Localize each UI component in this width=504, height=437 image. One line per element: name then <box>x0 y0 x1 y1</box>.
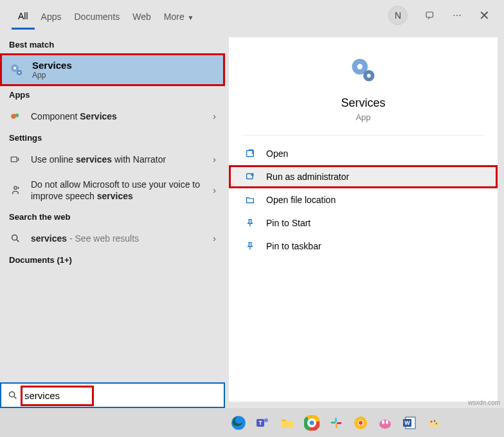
chevron-right-icon: › <box>213 154 216 165</box>
svg-rect-7 <box>11 157 17 162</box>
svg-point-35 <box>379 420 391 429</box>
svg-point-8 <box>14 186 17 190</box>
svg-point-9 <box>12 235 17 240</box>
best-match-item[interactable]: Services App <box>0 53 225 86</box>
shield-icon <box>244 171 256 183</box>
svg-text:W: W <box>404 420 410 426</box>
services-app-icon <box>9 62 24 78</box>
taskbar-paint[interactable] <box>424 413 444 433</box>
tab-all[interactable]: All <box>12 2 35 30</box>
setting-label: Use online services with Narrator <box>31 154 213 165</box>
svg-point-37 <box>386 420 388 424</box>
tab-bar: All Apps Documents Web More ▼ N ··· ✕ <box>0 0 504 31</box>
search-icon <box>9 232 22 245</box>
taskbar-explorer[interactable] <box>277 413 298 433</box>
svg-point-20 <box>264 418 268 422</box>
svg-rect-29 <box>331 422 336 424</box>
component-services-icon <box>9 110 22 123</box>
svg-rect-21 <box>282 421 293 427</box>
svg-point-4 <box>19 71 21 73</box>
chevron-right-icon: › <box>213 185 216 195</box>
search-input[interactable] <box>24 384 224 407</box>
setting-label: Do not allow Microsoft to use your voice… <box>31 179 213 202</box>
folder-icon <box>244 194 256 206</box>
web-result[interactable]: services - See web results › <box>0 226 225 251</box>
pin-icon <box>244 217 256 229</box>
section-web: Search the web <box>0 208 225 226</box>
taskbar: T W <box>0 408 504 437</box>
pin-icon <box>244 240 256 252</box>
watermark: wsxdn.com <box>468 399 500 406</box>
close-button[interactable]: ✕ <box>474 6 494 25</box>
taskbar-chrome-canary[interactable] <box>350 413 371 433</box>
search-icon <box>1 390 24 400</box>
results-pane: Best match Services App Apps Component S… <box>0 31 225 408</box>
search-box[interactable] <box>0 382 225 408</box>
setting-narrator[interactable]: Use online services with Narrator › <box>0 147 225 172</box>
chevron-right-icon: › <box>213 111 216 121</box>
app-label: Component Services <box>31 111 213 122</box>
action-run-admin[interactable]: Run as administrator <box>229 165 498 188</box>
user-avatar[interactable]: N <box>388 6 408 25</box>
speech-icon <box>9 184 22 197</box>
action-pin-start[interactable]: Pin to Start <box>229 211 498 235</box>
chevron-right-icon: › <box>213 233 216 244</box>
tab-apps[interactable]: Apps <box>35 3 68 28</box>
best-match-title: Services <box>32 60 72 71</box>
setting-speech[interactable]: Do not allow Microsoft to use your voice… <box>0 172 225 208</box>
taskbar-app-pink[interactable] <box>375 413 395 433</box>
app-component-services[interactable]: Component Services › <box>0 103 225 129</box>
section-settings: Settings <box>0 129 225 147</box>
svg-rect-28 <box>335 417 337 422</box>
more-options[interactable]: ··· <box>447 6 467 25</box>
action-open-location[interactable]: Open file location <box>229 188 498 211</box>
detail-pane: Services App Open Run as administrator O… <box>229 37 498 402</box>
svg-rect-31 <box>337 422 341 424</box>
tab-web[interactable]: Web <box>126 3 158 28</box>
svg-point-36 <box>382 420 384 424</box>
svg-point-42 <box>431 420 433 422</box>
taskbar-chrome[interactable] <box>302 413 322 433</box>
svg-point-43 <box>434 420 436 422</box>
svg-point-11 <box>357 64 363 69</box>
feedback-icon[interactable] <box>420 6 440 25</box>
svg-rect-30 <box>336 423 338 427</box>
svg-point-6 <box>15 114 19 118</box>
svg-point-2 <box>14 67 16 69</box>
svg-point-34 <box>359 421 363 425</box>
services-large-icon <box>350 57 377 84</box>
section-documents: Documents (1+) <box>0 251 225 269</box>
detail-title: Services <box>341 96 385 110</box>
svg-text:T: T <box>258 420 262 426</box>
web-label: services - See web results <box>31 233 213 244</box>
taskbar-edge[interactable] <box>228 413 249 433</box>
open-icon <box>244 148 256 159</box>
svg-rect-0 <box>426 12 433 17</box>
taskbar-teams[interactable]: T <box>253 413 273 433</box>
svg-rect-15 <box>247 174 253 179</box>
action-open[interactable]: Open <box>229 142 498 165</box>
svg-point-13 <box>367 74 371 78</box>
taskbar-slack[interactable] <box>326 413 346 433</box>
chevron-down-icon: ▼ <box>186 14 194 21</box>
svg-point-16 <box>10 392 15 397</box>
tab-documents[interactable]: Documents <box>68 3 126 28</box>
narrator-icon <box>9 153 22 166</box>
detail-sub: App <box>356 112 370 122</box>
section-best-match: Best match <box>0 36 225 53</box>
best-match-sub: App <box>32 71 72 80</box>
tab-more[interactable]: More ▼ <box>158 3 201 28</box>
taskbar-word[interactable]: W <box>399 413 420 433</box>
section-apps: Apps <box>0 86 225 103</box>
svg-point-44 <box>436 422 438 424</box>
action-pin-taskbar[interactable]: Pin to taskbar <box>229 235 498 258</box>
